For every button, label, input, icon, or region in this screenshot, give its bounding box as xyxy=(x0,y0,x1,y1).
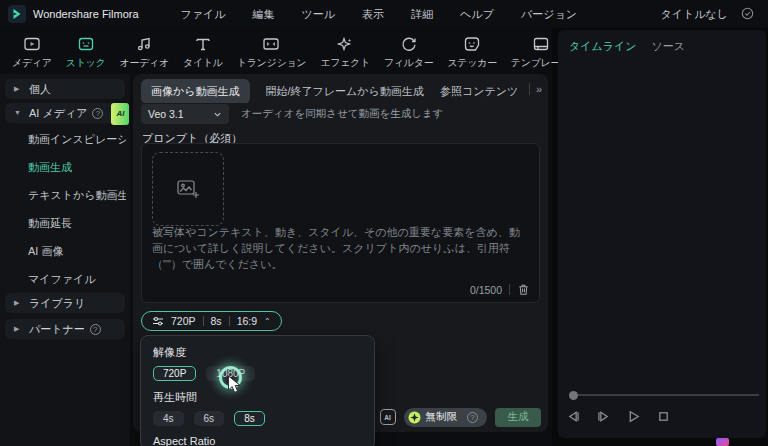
sidebar-item-my-files[interactable]: マイファイル xyxy=(28,270,126,288)
sidebar-group-library[interactable]: ▶ ライブラリ xyxy=(5,293,125,313)
tab-filter[interactable]: フィルター xyxy=(378,30,439,74)
duration-option-8s[interactable]: 8s xyxy=(234,411,265,426)
chevron-down-icon: ▼ xyxy=(14,103,21,123)
model-hint: オーディオを同期させて動画を生成します xyxy=(241,107,443,121)
sidebar-item-video-extend[interactable]: 動画延長 xyxy=(28,214,126,232)
menu-advanced[interactable]: 詳細 xyxy=(411,7,433,22)
seek-handle[interactable] xyxy=(569,391,578,400)
menu-file[interactable]: ファイル xyxy=(181,7,226,22)
promo-badge xyxy=(716,438,729,446)
sidebar-item-ai-image[interactable]: AI 画像 xyxy=(28,242,126,260)
tab-effect[interactable]: エフェクト xyxy=(314,30,376,74)
stop-button[interactable] xyxy=(655,408,672,425)
pill-duration: 8s xyxy=(211,315,222,327)
tab-media[interactable]: メディア xyxy=(6,30,58,74)
project-title: タイトルなし xyxy=(660,7,728,22)
tab-source[interactable]: ソース xyxy=(652,39,686,54)
menu-tools[interactable]: ツール xyxy=(302,7,336,22)
model-select[interactable]: Veo 3.1 xyxy=(141,104,229,124)
help-icon[interactable]: ? xyxy=(90,324,101,335)
menu-view[interactable]: 表示 xyxy=(362,7,384,22)
media-icon xyxy=(22,34,42,54)
tab-start-end-frame[interactable]: 開始/終了フレームから動画生成 xyxy=(266,84,424,99)
sidebar-group-label: ライブラリ xyxy=(29,293,85,313)
divider xyxy=(529,83,530,95)
tab-title[interactable]: タイトル xyxy=(177,30,229,74)
transition-icon xyxy=(261,34,281,54)
menu-help[interactable]: ヘルプ xyxy=(460,7,494,22)
tab-filter-label: フィルター xyxy=(384,56,433,70)
chevron-down-icon xyxy=(213,110,222,119)
sidebar-item-text-to-video[interactable]: テキストから動画生成 xyxy=(28,186,126,204)
tab-image-to-video[interactable]: 画像から動画生成 xyxy=(141,79,250,103)
filmora-logo-icon xyxy=(8,5,26,23)
prompt-input[interactable] xyxy=(152,224,529,282)
menu-items: ファイル 編集 ツール 表示 詳細 ヘルプ バージョン xyxy=(181,7,577,22)
menu-edit[interactable]: 編集 xyxy=(253,7,275,22)
sidebar-group-partner[interactable]: ▶ パートナー? xyxy=(5,319,125,339)
sidebar-group-label: パートナー? xyxy=(29,319,101,339)
divider xyxy=(229,316,230,326)
sliders-icon xyxy=(152,315,164,327)
pill-resolution: 720P xyxy=(171,315,196,327)
tab-stock-label: ストック xyxy=(66,56,106,70)
duration-option-4s[interactable]: 4s xyxy=(153,411,184,426)
generation-settings-dropdown: 解像度 720P 1080P 再生時間 4s 6s 8s Aspect Rati… xyxy=(140,335,375,446)
sidebar-item-video-inspiration[interactable]: 動画インスピレーシ... xyxy=(28,130,126,148)
model-select-value: Veo 3.1 xyxy=(148,108,213,120)
resolution-option-720p[interactable]: 720P xyxy=(153,366,196,381)
tab-effect-label: エフェクト xyxy=(320,56,370,70)
sidebar-group-label: 個人 xyxy=(29,79,51,99)
sidebar-group-personal[interactable]: ▶ 個人 xyxy=(5,79,125,99)
tabs-overflow-control[interactable]: » xyxy=(529,83,542,95)
aspect-ratio-label: Aspect Ratio xyxy=(153,435,362,446)
help-icon[interactable]: ? xyxy=(92,108,103,119)
duration-option-6s[interactable]: 6s xyxy=(194,411,225,426)
credit-star-icon xyxy=(408,411,421,424)
tab-audio[interactable]: オーディオ xyxy=(114,30,175,74)
title-icon xyxy=(193,34,213,54)
tab-sticker[interactable]: ステッカー xyxy=(441,30,502,74)
credits-label: 無制限 xyxy=(426,410,458,424)
ai-prompt-helper-button[interactable]: AI xyxy=(380,409,396,425)
duration-label: 再生時間 xyxy=(153,390,362,405)
tab-title-label: タイトル xyxy=(183,56,223,70)
tab-media-label: メディア xyxy=(12,56,52,70)
mouse-cursor xyxy=(227,375,243,394)
tab-transition[interactable]: トランジション xyxy=(231,30,313,74)
next-frame-button[interactable] xyxy=(595,408,612,425)
sidebar-group-ai-media[interactable]: ▼ AI メディア?AI xyxy=(5,103,125,123)
trash-icon[interactable] xyxy=(517,283,530,296)
seekbar[interactable] xyxy=(569,394,759,396)
menu-version[interactable]: バージョン xyxy=(521,7,577,22)
pill-aspect: 16:9 xyxy=(237,315,257,327)
tab-reference-content[interactable]: 参照コンテンツから動画生成 xyxy=(440,84,518,99)
ai-badge: AI xyxy=(111,103,129,125)
tab-transition-label: トランジション xyxy=(237,56,307,70)
chevron-right-icon: ▶ xyxy=(14,293,19,313)
image-upload-dropzone[interactable] xyxy=(152,152,224,226)
tab-timeline[interactable]: タイムライン xyxy=(569,39,637,54)
tab-audio-label: オーディオ xyxy=(120,56,169,70)
previous-frame-button[interactable] xyxy=(565,408,582,425)
chevron-right-icon: ▶ xyxy=(14,79,19,99)
generation-settings-pill[interactable]: 720P 8s 16:9 ⌃ xyxy=(141,311,282,331)
generate-button[interactable]: 生成 xyxy=(495,408,541,427)
audio-icon xyxy=(134,34,154,54)
save-status-icon[interactable] xyxy=(741,7,754,22)
media-type-toolbar: メディア ストック オーディオ タイトル トランジション エフェクト xyxy=(2,30,548,74)
filter-icon xyxy=(399,34,419,54)
play-button[interactable] xyxy=(625,408,642,425)
sticker-icon xyxy=(462,34,482,54)
stock-icon xyxy=(76,34,96,54)
tab-stock[interactable]: ストック xyxy=(60,30,112,74)
credits-pill[interactable]: 無制限 ? xyxy=(404,408,488,427)
chevron-up-icon: ⌃ xyxy=(264,317,271,326)
sidebar-item-video-generation[interactable]: 動画生成 xyxy=(28,158,126,176)
sidebar-group-label: AI メディア?AI xyxy=(29,103,129,125)
app-title: Wondershare Filmora xyxy=(33,8,139,20)
help-icon[interactable]: ? xyxy=(467,412,478,423)
resolution-label: 解像度 xyxy=(153,345,362,360)
effect-icon xyxy=(335,34,355,54)
generation-tabs: 画像から動画生成 開始/終了フレームから動画生成 参照コンテンツから動画生成 動… xyxy=(141,79,518,103)
